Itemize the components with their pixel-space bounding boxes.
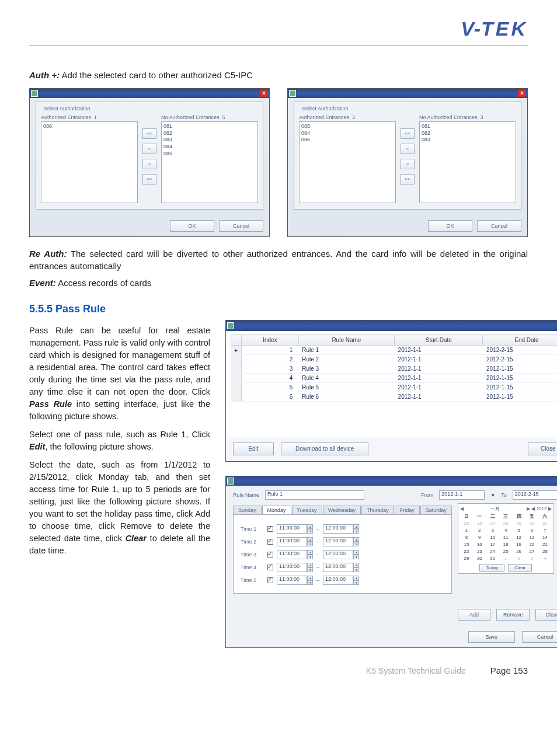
left-listbox[interactable]: 085084086: [299, 121, 396, 203]
table-row[interactable]: 3Rule 32012-1-12012-1-15: [231, 364, 558, 374]
left-listbox[interactable]: 086: [41, 121, 138, 203]
para-auth-plus: Auth +: Add the selected card to other a…: [29, 69, 528, 81]
logo-tek: TEK: [481, 18, 528, 40]
edit-button[interactable]: Edit: [233, 443, 274, 455]
table-row[interactable]: 2Rule 22012-1-12012-2-15: [231, 355, 558, 364]
left-list-label: Authorized Entrances 3: [299, 114, 396, 120]
table-row[interactable]: 5Rule 52012-1-12012-1-15: [231, 383, 558, 392]
cal-clear-button[interactable]: Clear: [508, 564, 532, 572]
add-button[interactable]: Add: [458, 609, 491, 621]
time-from-input[interactable]: 11:00:00▴▾: [277, 537, 313, 546]
move-all-right-button[interactable]: >>: [401, 174, 415, 184]
cancel-button[interactable]: Cancel: [477, 220, 521, 232]
time-checkbox[interactable]: [267, 539, 273, 545]
pass-rule-list-dialog: × IndexRule NameStart DateEnd Date▸1Rule…: [225, 320, 557, 462]
move-all-right-button[interactable]: >>: [142, 174, 156, 184]
logo-dash: -: [474, 18, 481, 40]
move-left-button[interactable]: <: [142, 144, 156, 154]
tab-friday[interactable]: Friday: [395, 506, 420, 514]
app-icon: [227, 478, 234, 485]
time-row: Time 5 11:00:00▴▾ – 12:00:00▴▾: [241, 576, 444, 585]
next-month-icon[interactable]: ▶ ◀ 2012 ▶: [527, 506, 551, 511]
cancel-button[interactable]: Cancel: [522, 631, 557, 643]
time-to-input[interactable]: 12:00:00▴▾: [323, 524, 359, 534]
table-row[interactable]: 6Rule 62012-1-12012-1-15: [231, 392, 558, 402]
move-right-button[interactable]: >: [401, 159, 415, 169]
time-from-input[interactable]: 11:00:00▴▾: [277, 550, 313, 559]
move-left-button[interactable]: <: [401, 144, 415, 154]
page-footer: K5 System Technical Guide Page 153: [29, 666, 528, 675]
footer-title: K5 System Technical Guide: [366, 666, 466, 675]
time-checkbox[interactable]: [267, 552, 273, 558]
time-to-input[interactable]: 12:00:00▴▾: [323, 563, 359, 572]
ok-button[interactable]: OK: [170, 220, 214, 232]
right-list-label: No Authorized Entrances 3: [419, 114, 516, 120]
auth-dialog-1: × Select Authorization Authorized Entran…: [29, 88, 270, 237]
dialog-titlebar: ×: [226, 476, 557, 486]
para-reauth: Re Auth: The selected card will be diver…: [29, 248, 528, 272]
table-row[interactable]: ▸1Rule 12012-1-12012-2-15: [231, 346, 558, 355]
time-from-input[interactable]: 11:00:00▴▾: [277, 563, 313, 572]
group-label: Select Authorization: [42, 106, 92, 112]
tab-thursday[interactable]: Thursday: [361, 506, 394, 514]
time-to-input[interactable]: 12:00:00▴▾: [323, 576, 359, 585]
app-icon: [31, 90, 38, 97]
time-checkbox[interactable]: [267, 577, 273, 583]
from-label: From: [421, 492, 433, 498]
left-list-label: Authorized Entrances 1: [41, 114, 138, 120]
save-button[interactable]: Save: [468, 631, 515, 643]
rule-table[interactable]: IndexRule NameStart DateEnd Date▸1Rule 1…: [231, 335, 557, 402]
time-checkbox[interactable]: [267, 526, 273, 532]
today-button[interactable]: Today: [479, 564, 504, 572]
close-button[interactable]: Close: [528, 443, 557, 455]
right-listbox[interactable]: 081082083: [419, 121, 516, 203]
para-pass-1: Pass Rule can be useful for real estate …: [29, 325, 210, 423]
time-row: Time 3 11:00:00▴▾ – 12:00:00▴▾: [241, 550, 444, 559]
time-checkbox[interactable]: [267, 565, 273, 570]
section-heading-pass-rule: 5.5.5 Pass Rule: [29, 303, 528, 315]
to-date-input[interactable]: 2012-2-15: [513, 490, 557, 500]
para-event: Event: Access records of cards: [29, 277, 528, 289]
time-from-input[interactable]: 11:00:00▴▾: [277, 576, 313, 585]
prev-month-icon[interactable]: ◀: [460, 506, 464, 511]
move-all-left-button[interactable]: <<: [401, 128, 415, 139]
right-listbox[interactable]: 081082083084085: [161, 121, 258, 203]
app-icon: [227, 322, 234, 329]
clear-button[interactable]: Clear: [535, 609, 557, 621]
rule-name-label: Rule Name: [233, 492, 259, 498]
day-tabs[interactable]: SundayMondayTuesdayWednesdayThursdayFrid…: [233, 506, 452, 514]
group-label: Select Authorization: [300, 106, 350, 112]
dialog-titlebar: ×: [30, 89, 269, 98]
remove-button[interactable]: Remove: [496, 609, 530, 621]
auth-dialogs-row: × Select Authorization Authorized Entran…: [29, 88, 528, 237]
tab-sunday[interactable]: Sunday: [233, 506, 262, 514]
right-list-label: No Authorized Entrances 5: [161, 114, 258, 120]
download-button[interactable]: Download to all device: [281, 443, 368, 455]
app-icon: [289, 90, 296, 97]
time-to-input[interactable]: 12:00:00▴▾: [323, 550, 359, 559]
tab-monday[interactable]: Monday: [262, 506, 291, 514]
move-right-button[interactable]: >: [142, 159, 156, 169]
time-from-input[interactable]: 11:00:00▴▾: [277, 524, 313, 534]
ok-button[interactable]: OK: [428, 220, 472, 232]
table-row[interactable]: 4Rule 42012-1-12012-1-15: [231, 374, 558, 383]
calendar-grid[interactable]: 日一二三四五六252627282930311234567891011121314…: [460, 513, 552, 562]
calendar[interactable]: ◀ 一月 ▶ ◀ 2012 ▶ 日一二三四五六25262728293031123…: [458, 503, 554, 574]
time-row: Time 2 11:00:00▴▾ – 12:00:00▴▾: [241, 537, 444, 546]
dialog-titlebar: ×: [226, 320, 557, 331]
tab-wednesday[interactable]: Wednesday: [323, 506, 361, 514]
time-to-input[interactable]: 12:00:00▴▾: [323, 537, 359, 546]
auth-dialog-2: × Select Authorization Authorized Entran…: [287, 88, 528, 237]
move-all-left-button[interactable]: <<: [142, 128, 156, 139]
tab-tuesday[interactable]: Tuesday: [292, 506, 322, 514]
rule-name-input[interactable]: Rule 1: [265, 490, 364, 500]
logo-v: V: [461, 18, 474, 40]
para-pass-3: Select the date, such as from 1/1/2012 t…: [29, 459, 210, 557]
from-date-input[interactable]: 2012-1-1: [439, 490, 485, 500]
cancel-button[interactable]: Cancel: [219, 220, 263, 232]
tab-saturday[interactable]: Saturday: [420, 506, 452, 514]
close-icon[interactable]: ×: [518, 90, 526, 97]
divider: [29, 45, 528, 46]
label-auth-plus: Auth +:: [29, 70, 60, 80]
close-icon[interactable]: ×: [260, 90, 268, 97]
